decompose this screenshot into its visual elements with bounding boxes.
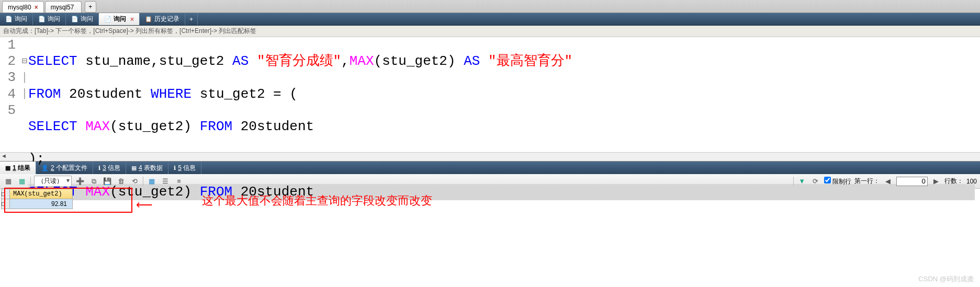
- view-form-icon[interactable]: ☰: [160, 176, 171, 187]
- query-tab-label: 询问: [15, 15, 27, 24]
- table-row[interactable]: □ 92.81: [2, 199, 73, 209]
- annotation-arrow-icon: ⟵: [136, 198, 153, 212]
- query-tab-3[interactable]: 📄 询问: [66, 13, 99, 25]
- query-icon: 📄: [104, 16, 111, 22]
- separator: [30, 177, 31, 186]
- query-tab-1[interactable]: 📄 询问: [0, 13, 33, 25]
- result-grid-area: □ MAX(stu_get2) □ 92.81 ⟵ 这个最大值不会随着主查询的字…: [0, 189, 980, 209]
- delete-row-icon[interactable]: 🗑: [116, 176, 126, 187]
- profile-icon: 👤: [41, 165, 49, 171]
- result-tab-info2[interactable]: ℹ 5 信息: [168, 162, 201, 174]
- autocomplete-hint: 自动完成：[Tab]-> 下一个标签，[Ctrl+Space]-> 列出所有标签…: [0, 26, 980, 37]
- query-icon: 📄: [5, 16, 13, 22]
- column-header[interactable]: MAX(stu_get2): [10, 189, 73, 199]
- rowcount-value: 100: [966, 178, 977, 185]
- result-tab-info1[interactable]: ℹ 3 信息: [93, 162, 126, 174]
- query-tab-label: 询问: [81, 15, 93, 24]
- query-tab-label: 询问: [114, 15, 126, 24]
- export-grid-icon[interactable]: ▦: [3, 176, 14, 187]
- result-table[interactable]: □ MAX(stu_get2) □ 92.81: [1, 189, 73, 209]
- cell-value[interactable]: 92.81: [10, 199, 73, 209]
- file-tab-bar: mysql80 × mysql57 +: [0, 0, 980, 13]
- query-tab-label: 历史记录: [154, 15, 179, 24]
- export-excel-icon[interactable]: ▦: [17, 176, 27, 187]
- copy-row-icon[interactable]: ⧉: [88, 176, 99, 187]
- firstrow-prev-icon[interactable]: ◀: [883, 176, 893, 187]
- info-icon: ℹ: [98, 165, 100, 171]
- firstrow-label: 第一行：: [854, 177, 880, 186]
- view-grid-icon[interactable]: ▦: [147, 176, 157, 187]
- view-text-icon[interactable]: ≡: [174, 176, 184, 187]
- calendar-icon: 📋: [145, 16, 152, 22]
- query-tab-2[interactable]: 📄 询问: [33, 13, 66, 25]
- add-row-icon[interactable]: ➕: [75, 176, 85, 187]
- info-icon: ℹ: [174, 165, 176, 171]
- cancel-icon[interactable]: ⟲: [129, 176, 140, 187]
- file-tab-mysql80[interactable]: mysql80 ×: [2, 1, 44, 13]
- readonly-mode-select[interactable]: （只读）: [34, 176, 72, 187]
- history-tab[interactable]: 📋 历史记录: [140, 13, 185, 25]
- separator: [793, 177, 794, 186]
- refresh-icon[interactable]: ⟳: [810, 176, 821, 187]
- row-selector-header[interactable]: □: [2, 189, 10, 199]
- fold-icon[interactable]: ⊟: [21, 53, 28, 70]
- result-tab-profiles[interactable]: 👤 2 个配置文件: [36, 162, 93, 174]
- filter-icon[interactable]: ▼: [797, 176, 807, 187]
- scroll-left-icon[interactable]: ◄: [1, 153, 7, 159]
- watermark: CSDN @码到成龚: [918, 274, 974, 284]
- firstrow-next-icon[interactable]: ▶: [931, 176, 941, 187]
- separator: [143, 177, 143, 186]
- query-icon: 📄: [38, 16, 46, 22]
- result-tab-label: 1 结果: [13, 164, 30, 173]
- fold-column: ⊟ │ │: [21, 37, 28, 152]
- code-area[interactable]: SELECT stu_name,stu_get2 AS "智育分成绩",MAX(…: [28, 37, 980, 152]
- query-icon: 📄: [71, 16, 78, 22]
- file-tab-mysql57[interactable]: mysql57: [45, 1, 82, 13]
- row-selector[interactable]: □: [2, 199, 10, 209]
- query-tab-bar: 📄 询问 📄 询问 📄 询问 📄 询问 × 📋 历史记录 +: [0, 13, 980, 26]
- save-icon[interactable]: 💾: [102, 176, 112, 187]
- file-tab-label: mysql80: [8, 4, 31, 11]
- annotation-text: 这个最大值不会随着主查询的字段改变而改变: [202, 193, 432, 209]
- file-tab-label: mysql57: [51, 4, 74, 11]
- result-tab-result[interactable]: ▦ 1 结果: [0, 162, 36, 174]
- result-tab-tabledata[interactable]: ▦ 4 表数据: [126, 162, 168, 174]
- firstrow-input[interactable]: [896, 177, 928, 186]
- table-icon: ▦: [131, 165, 137, 171]
- add-query-tab-button[interactable]: +: [185, 13, 198, 25]
- sql-editor[interactable]: 1 2 3 4 5 ⊟ │ │ SELECT stu_name,stu_get2…: [0, 37, 980, 152]
- result-tab-label: 3 信息: [103, 164, 120, 173]
- query-tab-label: 询问: [48, 15, 60, 24]
- close-icon[interactable]: ×: [35, 4, 38, 11]
- grid-icon: ▦: [5, 165, 10, 171]
- close-icon[interactable]: ×: [130, 16, 134, 23]
- limit-rows-checkbox[interactable]: 限制行: [824, 177, 851, 186]
- line-gutter: 1 2 3 4 5: [0, 37, 21, 152]
- add-file-tab-button[interactable]: +: [85, 1, 96, 13]
- result-tab-label: 5 信息: [178, 164, 196, 173]
- result-tab-label: 2 个配置文件: [51, 164, 87, 173]
- query-tab-4[interactable]: 📄 询问 ×: [99, 13, 140, 25]
- result-tab-label: 4 表数据: [139, 164, 163, 173]
- rowcount-label: 行数：: [944, 177, 963, 186]
